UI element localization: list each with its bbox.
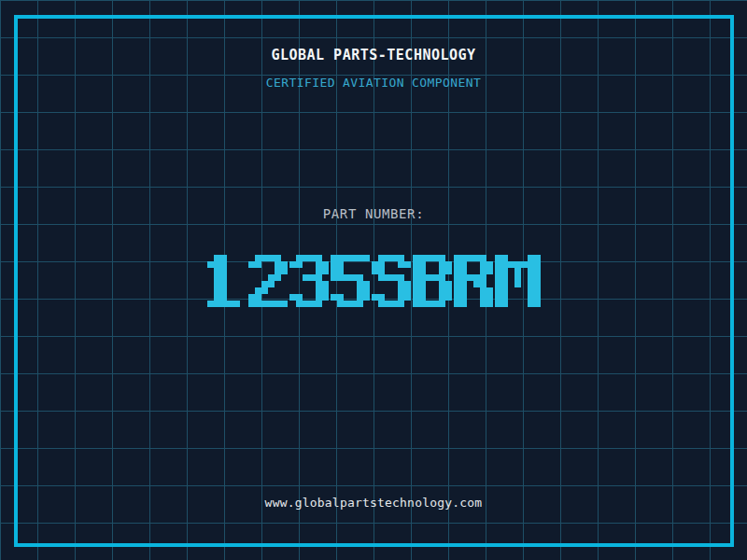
part-number-label: PART NUMBER: bbox=[0, 206, 747, 221]
pixel-char bbox=[454, 255, 493, 307]
pixel-char bbox=[248, 255, 288, 307]
pixel-char bbox=[331, 255, 370, 307]
pixel-char bbox=[207, 255, 247, 307]
website-url: www.globalpartstechnology.com bbox=[0, 496, 747, 510]
certificate-screen: GLOBAL PARTS-TECHNOLOGY CERTIFIED AVIATI… bbox=[0, 0, 747, 560]
pixel-char bbox=[413, 255, 452, 307]
certification-subtitle: CERTIFIED AVIATION COMPONENT bbox=[0, 76, 747, 90]
pixel-char bbox=[372, 255, 411, 307]
part-number-display bbox=[0, 255, 747, 307]
company-title: GLOBAL PARTS-TECHNOLOGY bbox=[0, 47, 747, 63]
pixel-char bbox=[495, 255, 541, 307]
pixel-char bbox=[289, 255, 329, 307]
